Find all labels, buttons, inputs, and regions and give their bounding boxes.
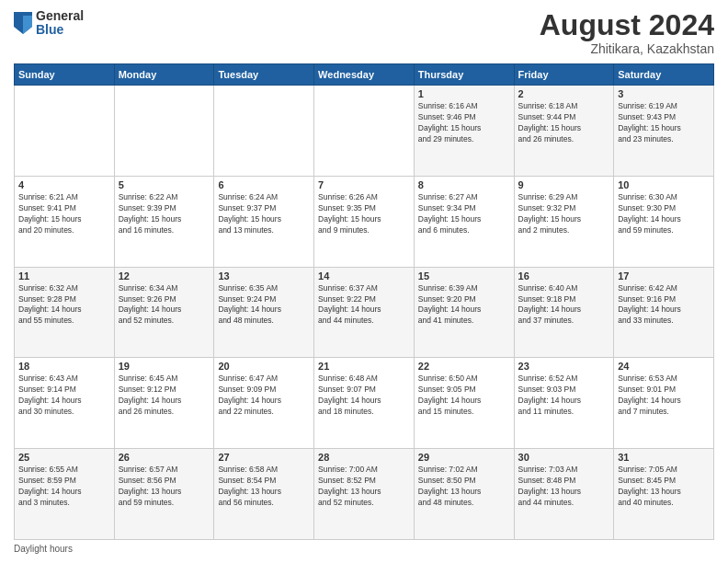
day-cell: 14Sunrise: 6:37 AMSunset: 9:22 PMDayligh…: [314, 267, 415, 358]
day-cell: 31Sunrise: 7:05 AMSunset: 8:45 PMDayligh…: [614, 449, 714, 540]
day-number: 5: [119, 179, 210, 190]
day-cell: [15, 86, 115, 177]
day-info: Sunrise: 6:55 AMSunset: 8:59 PMDaylight:…: [18, 465, 110, 509]
week-row-2: 4Sunrise: 6:21 AMSunset: 9:41 PMDaylight…: [15, 176, 714, 267]
day-number: 12: [119, 270, 210, 282]
day-info: Sunrise: 6:40 AMSunset: 9:18 PMDaylight:…: [518, 283, 610, 327]
day-cell: 17Sunrise: 6:42 AMSunset: 9:16 PMDayligh…: [614, 267, 714, 358]
day-info: Sunrise: 6:30 AMSunset: 9:30 PMDaylight:…: [618, 192, 710, 236]
col-header-monday: Monday: [114, 64, 214, 86]
day-info: Sunrise: 6:39 AMSunset: 9:20 PMDaylight:…: [418, 283, 510, 327]
day-cell: [314, 86, 415, 177]
day-info: Sunrise: 6:43 AMSunset: 9:14 PMDaylight:…: [18, 373, 110, 418]
day-number: 29: [418, 452, 510, 463]
day-info: Sunrise: 6:42 AMSunset: 9:16 PMDaylight:…: [618, 283, 710, 327]
day-number: 13: [218, 270, 310, 282]
day-info: Sunrise: 6:32 AMSunset: 9:28 PMDaylight:…: [18, 283, 110, 327]
day-info: Sunrise: 7:00 AMSunset: 8:52 PMDaylight:…: [318, 465, 410, 509]
title-block: August 2024 Zhitikara, Kazakhstan: [540, 9, 714, 56]
day-number: 11: [18, 270, 110, 282]
day-number: 3: [618, 88, 710, 99]
col-header-friday: Friday: [514, 64, 614, 86]
day-info: Sunrise: 6:29 AMSunset: 9:32 PMDaylight:…: [518, 192, 610, 236]
day-cell: 9Sunrise: 6:29 AMSunset: 9:32 PMDaylight…: [514, 176, 614, 267]
day-number: 24: [618, 361, 710, 372]
day-info: Sunrise: 6:16 AMSunset: 9:46 PMDaylight:…: [418, 101, 510, 145]
day-cell: 30Sunrise: 7:03 AMSunset: 8:48 PMDayligh…: [514, 449, 614, 540]
day-info: Sunrise: 6:21 AMSunset: 9:41 PMDaylight:…: [18, 192, 110, 236]
day-info: Sunrise: 6:53 AMSunset: 9:01 PMDaylight:…: [618, 373, 710, 418]
day-number: 23: [518, 361, 610, 372]
day-info: Sunrise: 6:50 AMSunset: 9:05 PMDaylight:…: [418, 373, 510, 418]
logo-blue: Blue: [36, 23, 84, 37]
day-cell: 5Sunrise: 6:22 AMSunset: 9:39 PMDaylight…: [114, 176, 214, 267]
day-cell: 4Sunrise: 6:21 AMSunset: 9:41 PMDaylight…: [15, 176, 115, 267]
day-number: 15: [418, 270, 510, 282]
day-cell: [114, 86, 214, 177]
day-cell: 12Sunrise: 6:34 AMSunset: 9:26 PMDayligh…: [114, 267, 214, 358]
day-cell: 15Sunrise: 6:39 AMSunset: 9:20 PMDayligh…: [414, 267, 514, 358]
day-info: Sunrise: 6:18 AMSunset: 9:44 PMDaylight:…: [518, 101, 610, 145]
day-cell: 26Sunrise: 6:57 AMSunset: 8:56 PMDayligh…: [114, 449, 214, 540]
week-row-3: 11Sunrise: 6:32 AMSunset: 9:28 PMDayligh…: [15, 267, 714, 358]
day-info: Sunrise: 6:22 AMSunset: 9:39 PMDaylight:…: [119, 192, 210, 236]
col-header-thursday: Thursday: [414, 64, 514, 86]
day-number: 25: [18, 452, 110, 463]
day-number: 9: [518, 179, 610, 190]
day-number: 20: [218, 361, 310, 372]
day-info: Sunrise: 6:19 AMSunset: 9:43 PMDaylight:…: [618, 101, 710, 145]
day-number: 6: [218, 179, 310, 190]
day-cell: [214, 86, 314, 177]
day-info: Sunrise: 6:24 AMSunset: 9:37 PMDaylight:…: [218, 192, 310, 236]
day-cell: 28Sunrise: 7:00 AMSunset: 8:52 PMDayligh…: [314, 449, 415, 540]
day-number: 28: [318, 452, 410, 463]
day-number: 26: [119, 452, 210, 463]
col-header-tuesday: Tuesday: [214, 64, 314, 86]
day-number: 27: [218, 452, 310, 463]
subtitle: Zhitikara, Kazakhstan: [540, 41, 714, 56]
day-number: 4: [18, 179, 110, 190]
day-cell: 10Sunrise: 6:30 AMSunset: 9:30 PMDayligh…: [614, 176, 714, 267]
logo-text: General Blue: [36, 9, 84, 38]
day-info: Sunrise: 6:47 AMSunset: 9:09 PMDaylight:…: [218, 373, 310, 418]
day-info: Sunrise: 6:48 AMSunset: 9:07 PMDaylight:…: [318, 373, 410, 418]
day-number: 2: [518, 88, 610, 99]
day-number: 31: [618, 452, 710, 463]
day-cell: 3Sunrise: 6:19 AMSunset: 9:43 PMDaylight…: [614, 86, 714, 177]
day-number: 19: [119, 361, 210, 372]
day-cell: 8Sunrise: 6:27 AMSunset: 9:34 PMDaylight…: [414, 176, 514, 267]
day-info: Sunrise: 7:05 AMSunset: 8:45 PMDaylight:…: [618, 465, 710, 509]
day-number: 8: [418, 179, 510, 190]
col-header-saturday: Saturday: [614, 64, 714, 86]
footer-note: Daylight hours: [14, 544, 714, 554]
week-row-4: 18Sunrise: 6:43 AMSunset: 9:14 PMDayligh…: [15, 358, 714, 449]
day-cell: 2Sunrise: 6:18 AMSunset: 9:44 PMDaylight…: [514, 86, 614, 177]
day-cell: 13Sunrise: 6:35 AMSunset: 9:24 PMDayligh…: [214, 267, 314, 358]
header: General Blue August 2024 Zhitikara, Kaza…: [14, 9, 714, 56]
day-info: Sunrise: 6:27 AMSunset: 9:34 PMDaylight:…: [418, 192, 510, 236]
day-number: 22: [418, 361, 510, 372]
day-number: 14: [318, 270, 410, 282]
day-info: Sunrise: 7:03 AMSunset: 8:48 PMDaylight:…: [518, 465, 610, 509]
day-info: Sunrise: 6:34 AMSunset: 9:26 PMDaylight:…: [119, 283, 210, 327]
day-info: Sunrise: 6:26 AMSunset: 9:35 PMDaylight:…: [318, 192, 410, 236]
day-number: 18: [18, 361, 110, 372]
week-row-5: 25Sunrise: 6:55 AMSunset: 8:59 PMDayligh…: [15, 449, 714, 540]
day-cell: 19Sunrise: 6:45 AMSunset: 9:12 PMDayligh…: [114, 358, 214, 449]
day-number: 10: [618, 179, 710, 190]
main-title: August 2024: [540, 9, 714, 41]
calendar-table: SundayMondayTuesdayWednesdayThursdayFrid…: [14, 63, 714, 540]
day-info: Sunrise: 6:35 AMSunset: 9:24 PMDaylight:…: [218, 283, 310, 327]
day-cell: 27Sunrise: 6:58 AMSunset: 8:54 PMDayligh…: [214, 449, 314, 540]
day-cell: 20Sunrise: 6:47 AMSunset: 9:09 PMDayligh…: [214, 358, 314, 449]
logo-icon: [14, 12, 32, 34]
day-info: Sunrise: 6:45 AMSunset: 9:12 PMDaylight:…: [119, 373, 210, 418]
day-number: 16: [518, 270, 610, 282]
day-cell: 18Sunrise: 6:43 AMSunset: 9:14 PMDayligh…: [15, 358, 115, 449]
day-info: Sunrise: 6:37 AMSunset: 9:22 PMDaylight:…: [318, 283, 410, 327]
day-cell: 21Sunrise: 6:48 AMSunset: 9:07 PMDayligh…: [314, 358, 415, 449]
day-info: Sunrise: 7:02 AMSunset: 8:50 PMDaylight:…: [418, 465, 510, 509]
day-info: Sunrise: 6:52 AMSunset: 9:03 PMDaylight:…: [518, 373, 610, 418]
day-cell: 25Sunrise: 6:55 AMSunset: 8:59 PMDayligh…: [15, 449, 115, 540]
col-header-sunday: Sunday: [15, 64, 115, 86]
